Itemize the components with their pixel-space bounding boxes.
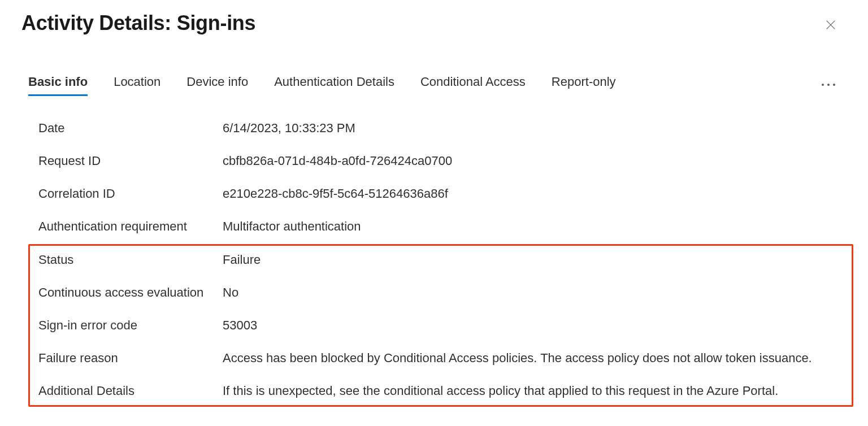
value-failure-reason: Access has been blocked by Conditional A… (223, 351, 852, 366)
row-error-code: Sign-in error code 53003 (38, 309, 852, 342)
row-auth-requirement: Authentication requirement Multifactor a… (38, 210, 847, 243)
label-date: Date (38, 121, 223, 136)
row-failure-reason: Failure reason Access has been blocked b… (38, 342, 852, 375)
activity-details-panel: Activity Details: Sign-ins Basic info Lo… (0, 0, 868, 424)
label-error-code: Sign-in error code (38, 318, 223, 333)
label-cae: Continuous access evaluation (38, 285, 223, 300)
highlight-box: Status Failure Continuous access evaluat… (28, 244, 853, 407)
tab-conditional-access[interactable]: Conditional Access (420, 75, 526, 95)
label-auth-requirement: Authentication requirement (38, 219, 223, 234)
tab-device-info[interactable]: Device info (186, 75, 248, 95)
page-title: Activity Details: Sign-ins (21, 11, 847, 35)
label-additional-details: Additional Details (38, 384, 223, 398)
value-auth-requirement: Multifactor authentication (223, 219, 847, 234)
row-status: Status Failure (38, 246, 852, 276)
label-request-id: Request ID (38, 154, 223, 168)
ellipsis-icon (822, 84, 824, 86)
details-list: Date 6/14/2023, 10:33:23 PM Request ID c… (21, 112, 847, 407)
label-correlation-id: Correlation ID (38, 186, 223, 201)
tab-location[interactable]: Location (114, 75, 160, 95)
value-additional-details: If this is unexpected, see the condition… (223, 384, 852, 398)
close-icon (824, 19, 837, 31)
value-request-id: cbfb826a-071d-484b-a0fd-726424ca0700 (223, 154, 847, 168)
tabs-overflow-button[interactable] (818, 80, 839, 89)
value-date: 6/14/2023, 10:33:23 PM (223, 121, 847, 136)
tab-basic-info[interactable]: Basic info (28, 75, 88, 95)
tabs: Basic info Location Device info Authenti… (21, 75, 847, 95)
value-status: Failure (223, 253, 852, 267)
row-correlation-id: Correlation ID e210e228-cb8c-9f5f-5c64-5… (38, 177, 847, 210)
row-request-id: Request ID cbfb826a-071d-484b-a0fd-72642… (38, 145, 847, 177)
tab-report-only[interactable]: Report-only (552, 75, 616, 95)
value-correlation-id: e210e228-cb8c-9f5f-5c64-51264636a86f (223, 186, 847, 201)
label-status: Status (38, 253, 223, 267)
row-cae: Continuous access evaluation No (38, 276, 852, 309)
close-button[interactable] (822, 16, 840, 34)
tab-authentication-details[interactable]: Authentication Details (274, 75, 394, 95)
row-date: Date 6/14/2023, 10:33:23 PM (38, 112, 847, 145)
value-cae: No (223, 285, 852, 300)
label-failure-reason: Failure reason (38, 351, 223, 366)
value-error-code: 53003 (223, 318, 852, 333)
row-additional-details: Additional Details If this is unexpected… (38, 375, 852, 405)
